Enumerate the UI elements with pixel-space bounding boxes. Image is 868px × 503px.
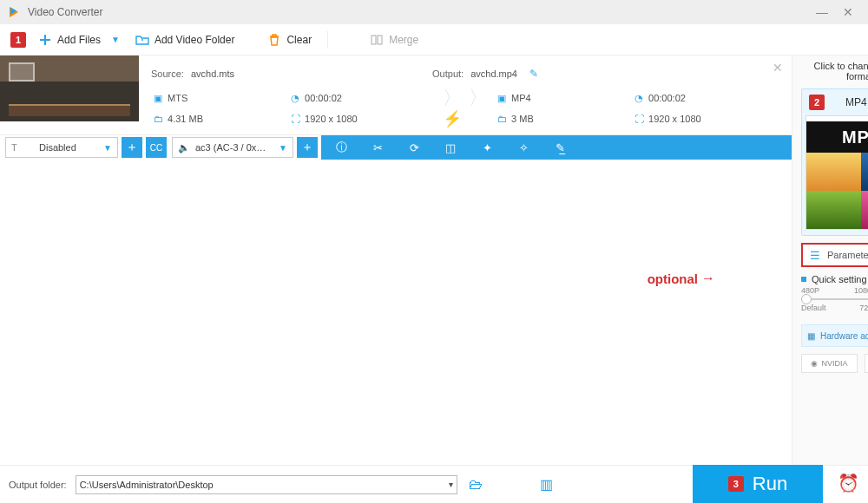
format-thumbnail: MP4 — [806, 115, 868, 230]
trim-tool-button[interactable]: ✂ — [370, 141, 385, 154]
sliders-icon: ☰ — [810, 249, 820, 262]
plus-icon — [38, 33, 52, 47]
out-format: MP4 — [511, 93, 531, 103]
bolt-icon: ⚡ — [443, 109, 462, 128]
callout-badge-3: 3 — [728, 476, 744, 492]
main-toolbar: 1 Add Files ▼ Add Video Folder Clear Mer… — [0, 24, 868, 56]
chevron-right-icon: 〉 — [469, 85, 488, 111]
merge-button[interactable]: Merge — [366, 29, 422, 50]
nvidia-icon: ◉ — [811, 359, 818, 368]
source-filename: avchd.mts — [191, 69, 234, 79]
folder-icon: 🗀 — [495, 112, 509, 126]
add-folder-label: Add Video Folder — [155, 34, 235, 46]
hw-vendors: ◉NVIDIA ◎Intel — [801, 354, 868, 373]
video-thumbnail[interactable] — [0, 56, 139, 121]
quick-setting-block: Quick setting 480P 1080P 4K Default 720P… — [801, 274, 868, 317]
folder-plus-icon — [135, 33, 149, 47]
close-button[interactable]: ✕ — [835, 5, 861, 19]
chip-icon: ▦ — [807, 331, 815, 341]
file-row[interactable]: ✕ Source: avchd.mts Output: avchd.mp4 ✎ … — [0, 56, 792, 135]
folder-icon: 🗀 — [151, 112, 165, 126]
bottom-bar: Output folder: C:\Users\Administrator\De… — [0, 465, 868, 503]
edit-output-name-button[interactable]: ✎ — [529, 68, 538, 80]
chevron-down-icon: ▼ — [103, 143, 112, 153]
chevron-down-icon[interactable]: ▼ — [111, 35, 120, 44]
run-button[interactable]: 3 Run — [693, 465, 823, 503]
main-area: ✕ Source: avchd.mts Output: avchd.mp4 ✎ … — [0, 56, 868, 465]
dimensions-icon: ⛶ — [288, 112, 302, 126]
quality-slider[interactable]: 480P 1080P 4K Default 720P 2K — [801, 286, 868, 317]
format-label: MP4 — [845, 96, 867, 108]
source-label: Source: — [151, 69, 184, 79]
browse-output-button[interactable]: ▥ — [537, 476, 556, 493]
chevron-down-icon: ▼ — [279, 143, 287, 153]
output-format-card[interactable]: 2 MP4 ▼ MP4 — [801, 88, 868, 236]
out-size: 3 MB — [511, 114, 534, 124]
nvidia-chip[interactable]: ◉NVIDIA — [801, 354, 858, 373]
add-files-label: Add Files — [57, 34, 101, 46]
chevron-right-icon: 〉 — [443, 85, 462, 111]
add-subtitle-button[interactable]: ＋ — [122, 137, 142, 158]
edit-tool-strip: ⓘ ✂ ⟳ ◫ ✦ ✧ ✎̲ — [321, 135, 792, 160]
title-bar: Video Converter — ✕ — [0, 0, 868, 24]
clear-label: Clear — [286, 34, 312, 46]
intel-chip[interactable]: ◎Intel — [865, 354, 868, 373]
output-filename: avchd.mp4 — [470, 69, 517, 79]
watermark-tool-button[interactable]: ✧ — [516, 141, 531, 154]
audio-track-select[interactable]: 🔈 ac3 (AC-3 / 0x332D… ▼ — [172, 137, 293, 158]
slider-thumb[interactable] — [801, 294, 812, 304]
out-dimensions: 1920 x 1080 — [648, 114, 701, 124]
slider-mark: 1080P — [854, 286, 868, 295]
format-icon: ▣ — [151, 91, 165, 105]
save-edit-button[interactable]: ✎̲ — [552, 141, 568, 154]
output-folder-input[interactable]: C:\Users\Administrator\Desktop ▾ — [76, 475, 457, 494]
svg-rect-0 — [372, 36, 376, 44]
window-title: Video Converter — [28, 6, 809, 18]
output-folder-path: C:\Users\Administrator\Desktop — [80, 480, 214, 490]
slider-mark: Default — [801, 304, 826, 312]
file-info-panel: ✕ Source: avchd.mts Output: avchd.mp4 ✎ … — [139, 56, 792, 134]
format-badge: MP4 — [806, 121, 868, 153]
info-tool-button[interactable]: ⓘ — [333, 140, 349, 155]
hardware-acceleration-button[interactable]: ▦ Hardware acceleration — [801, 324, 868, 347]
quick-setting-label: Quick setting — [812, 274, 867, 284]
optional-label: optional — [648, 271, 698, 286]
app-logo-icon — [7, 5, 21, 19]
output-label: Output: — [432, 69, 464, 79]
merge-label: Merge — [389, 34, 418, 46]
dimensions-icon: ⛶ — [632, 112, 646, 126]
src-duration: 00:00:02 — [305, 93, 342, 103]
rotate-tool-button[interactable]: ⟳ — [406, 141, 422, 154]
output-folder-label: Output folder: — [9, 480, 67, 490]
subtitle-settings-button[interactable]: CC — [146, 137, 167, 158]
add-files-button[interactable]: Add Files ▼ — [35, 29, 123, 50]
parameter-settings-button[interactable]: ☰ Parameter settings — [801, 243, 868, 267]
dot-icon — [801, 277, 806, 282]
optional-callout: optional → — [648, 271, 715, 286]
svg-rect-1 — [378, 36, 382, 44]
hw-label: Hardware acceleration — [820, 331, 868, 341]
audio-track-value: ac3 (AC-3 / 0x332D… — [195, 142, 268, 153]
file-list-area: ✕ Source: avchd.mts Output: avchd.mp4 ✎ … — [0, 56, 792, 465]
crop-tool-button[interactable]: ◫ — [443, 141, 458, 154]
trash-icon — [267, 33, 281, 47]
arrow-right-icon: → — [701, 271, 715, 286]
open-folder-button[interactable]: 🗁 — [466, 477, 485, 493]
clear-button[interactable]: Clear — [264, 29, 315, 50]
add-audio-button[interactable]: ＋ — [297, 137, 318, 158]
src-size: 4.31 MB — [168, 114, 203, 124]
speaker-icon: 🔈 — [178, 142, 190, 154]
schedule-button[interactable]: ⏰ — [835, 470, 861, 496]
clock-icon: ◔ — [632, 91, 646, 105]
minimize-button[interactable]: — — [809, 5, 835, 19]
chevron-down-icon[interactable]: ▾ — [449, 480, 453, 489]
effects-tool-button[interactable]: ✦ — [479, 141, 495, 154]
clock-icon: ◔ — [288, 91, 302, 105]
callout-badge-1: 1 — [10, 32, 26, 48]
remove-file-button[interactable]: ✕ — [773, 61, 783, 75]
subtitle-select[interactable]: T Disabled ▼ — [5, 137, 118, 158]
parameter-settings-label: Parameter settings — [827, 250, 868, 260]
add-video-folder-button[interactable]: Add Video Folder — [132, 29, 239, 50]
toolbar-separator — [327, 31, 328, 49]
file-edit-bar: T Disabled ▼ ＋ CC 🔈 ac3 (AC-3 / 0x332D… … — [0, 135, 792, 160]
